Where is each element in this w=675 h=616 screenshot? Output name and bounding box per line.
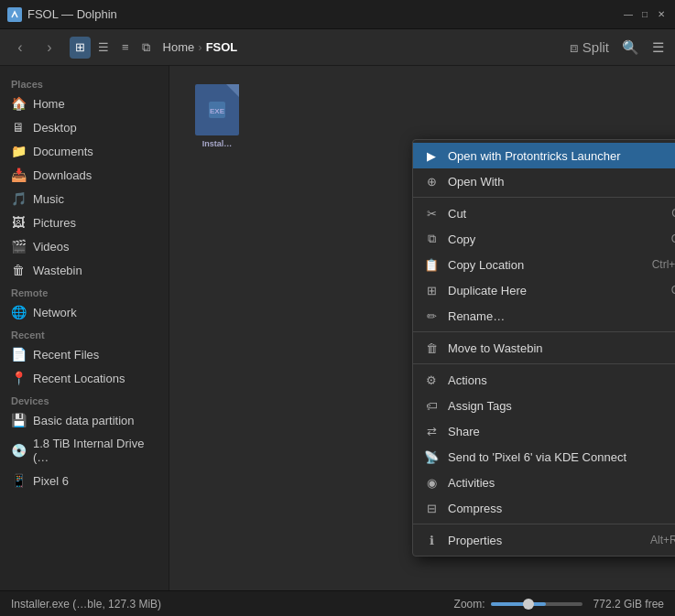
open-with-icon: ⊕ bbox=[424, 174, 439, 189]
cut-icon: ✂ bbox=[424, 206, 439, 221]
properties-shortcut: Alt+Return bbox=[650, 534, 675, 546]
devices-label: Devices bbox=[0, 390, 169, 408]
minimize-button[interactable]: — bbox=[622, 8, 635, 21]
titlebar-controls: — □ ✕ bbox=[622, 8, 668, 21]
partition-icon: 💾 bbox=[11, 413, 26, 427]
ctx-activities[interactable]: ◉ Activities › bbox=[413, 470, 675, 495]
ctx-move-wastebin[interactable]: 🗑 Move to Wastebin Del bbox=[413, 335, 675, 361]
duplicate-shortcut: Ctrl+D bbox=[671, 284, 675, 297]
nav-buttons: ‹ › bbox=[7, 35, 62, 60]
copy-location-shortcut: Ctrl+Alt+C bbox=[652, 258, 675, 271]
close-button[interactable]: ✕ bbox=[655, 8, 668, 21]
recent-files-icon: 📄 bbox=[11, 347, 26, 362]
sidebar-item-network[interactable]: 🌐 Network bbox=[0, 300, 169, 324]
sidebar-item-downloads[interactable]: 📥 Downloads bbox=[0, 163, 169, 187]
sidebar-item-recent-locations[interactable]: 📍 Recent Locations bbox=[0, 366, 169, 390]
sidebar-downloads-label: Downloads bbox=[33, 168, 158, 182]
downloads-icon: 📥 bbox=[11, 168, 26, 182]
sidebar-item-desktop[interactable]: 🖥 Desktop bbox=[0, 115, 169, 139]
search-button[interactable]: 🔍 bbox=[618, 36, 643, 59]
ctx-share-label: Share bbox=[448, 425, 675, 438]
ctx-rename[interactable]: ✏ Rename… F2 bbox=[413, 303, 675, 329]
ctx-compress[interactable]: ⊟ Compress › bbox=[413, 495, 675, 521]
actions-icon: ⚙ bbox=[424, 373, 439, 387]
app-icon bbox=[7, 7, 22, 22]
ctx-rename-label: Rename… bbox=[448, 309, 675, 323]
context-menu: ▶ Open with Protontricks Launcher ⊕ Open… bbox=[412, 139, 675, 557]
titlebar: FSOL — Dolphin — □ ✕ bbox=[0, 0, 675, 29]
ctx-copy-label: Copy bbox=[448, 232, 662, 246]
ctx-open-with[interactable]: ⊕ Open With › bbox=[413, 168, 675, 194]
compress-icon: ⊟ bbox=[424, 501, 439, 515]
share-icon: ⇄ bbox=[424, 424, 439, 438]
content-area: EXE Instal… ▶ Open with Protontricks Lau… bbox=[169, 66, 675, 590]
ctx-properties[interactable]: ℹ Properties Alt+Return bbox=[413, 527, 675, 553]
sidebar-item-basic-partition[interactable]: 💾 Basic data partition bbox=[0, 408, 169, 432]
remote-label: Remote bbox=[0, 282, 169, 300]
ctx-copy-location-label: Copy Location bbox=[448, 258, 643, 272]
sidebar-item-home[interactable]: 🏠 Home bbox=[0, 92, 169, 115]
file-icon-corner bbox=[226, 84, 239, 97]
music-icon: 🎵 bbox=[11, 191, 26, 206]
maximize-button[interactable]: □ bbox=[638, 8, 651, 21]
tags-icon: 🏷 bbox=[424, 398, 439, 413]
ctx-properties-label: Properties bbox=[448, 534, 641, 547]
ctx-duplicate-here[interactable]: ⊞ Duplicate Here Ctrl+D bbox=[413, 277, 675, 303]
recent-label: Recent bbox=[0, 324, 169, 342]
zoom-slider[interactable] bbox=[491, 602, 582, 606]
view-split-button[interactable]: ⧉ bbox=[136, 37, 156, 59]
send-pixel-icon: 📡 bbox=[424, 449, 439, 464]
view-compact-button[interactable]: ☰ bbox=[93, 37, 114, 59]
ctx-activities-label: Activities bbox=[448, 476, 675, 490]
ctx-share[interactable]: ⇄ Share › bbox=[413, 418, 675, 444]
sidebar-item-documents[interactable]: 📁 Documents bbox=[0, 139, 169, 163]
sidebar-item-videos[interactable]: 🎬 Videos bbox=[0, 234, 169, 258]
statusbar-text: Installer.exe (…ble, 127.3 MiB) bbox=[11, 598, 443, 611]
pixel6-icon: 📱 bbox=[11, 473, 26, 488]
svg-text:EXE: EXE bbox=[210, 107, 225, 115]
sidebar-documents-label: Documents bbox=[33, 145, 158, 158]
internal-drive-icon: 💿 bbox=[11, 443, 26, 458]
ctx-actions[interactable]: ⚙ Actions › bbox=[413, 367, 675, 393]
ctx-open-protontricks[interactable]: ▶ Open with Protontricks Launcher bbox=[413, 143, 675, 168]
view-details-button[interactable]: ≡ bbox=[116, 37, 135, 59]
breadcrumb-home[interactable]: Home bbox=[163, 40, 195, 54]
ctx-assign-tags[interactable]: 🏷 Assign Tags › bbox=[413, 393, 675, 418]
zoom-fill bbox=[491, 602, 546, 606]
sidebar-item-internal-drive[interactable]: 💿 1.8 TiB Internal Drive (… bbox=[0, 432, 169, 469]
view-icons-button[interactable]: ⊞ bbox=[70, 37, 91, 59]
ctx-send-pixel-label: Send to 'Pixel 6' via KDE Connect bbox=[448, 450, 675, 464]
file-icon: EXE Instal… bbox=[188, 84, 246, 150]
zoom-label: Zoom: bbox=[454, 598, 485, 611]
titlebar-left: FSOL — Dolphin bbox=[7, 7, 117, 22]
sidebar-item-pictures[interactable]: 🖼 Pictures bbox=[0, 211, 169, 234]
cut-shortcut: Ctrl+X bbox=[671, 207, 675, 220]
file-icon-container: EXE Instal… bbox=[188, 84, 246, 150]
sidebar-music-label: Music bbox=[33, 192, 158, 206]
back-button[interactable]: ‹ bbox=[7, 35, 33, 60]
ctx-compress-label: Compress bbox=[448, 502, 675, 515]
ctx-cut-label: Cut bbox=[448, 207, 662, 221]
sidebar-home-label: Home bbox=[33, 97, 158, 111]
sidebar-item-music[interactable]: 🎵 Music bbox=[0, 187, 169, 211]
sidebar-item-recent-files[interactable]: 📄 Recent Files bbox=[0, 342, 169, 366]
wastebin-icon: 🗑 bbox=[11, 263, 26, 277]
sidebar-partition-label: Basic data partition bbox=[33, 414, 158, 427]
network-icon: 🌐 bbox=[11, 305, 26, 319]
menu-button[interactable]: ☰ bbox=[648, 36, 668, 59]
ctx-cut[interactable]: ✂ Cut Ctrl+X bbox=[413, 200, 675, 226]
sidebar-item-pixel6[interactable]: 📱 Pixel 6 bbox=[0, 469, 169, 492]
ctx-duplicate-label: Duplicate Here bbox=[448, 284, 662, 297]
sidebar-videos-label: Videos bbox=[33, 240, 158, 254]
zoom-thumb bbox=[523, 599, 534, 610]
sidebar-network-label: Network bbox=[33, 306, 158, 319]
ctx-assign-tags-label: Assign Tags bbox=[448, 399, 675, 413]
sidebar-item-wastebin[interactable]: 🗑 Wastebin bbox=[0, 258, 169, 282]
sidebar-pictures-label: Pictures bbox=[33, 216, 158, 230]
ctx-send-pixel[interactable]: 📡 Send to 'Pixel 6' via KDE Connect bbox=[413, 444, 675, 470]
ctx-copy-location[interactable]: 📋 Copy Location Ctrl+Alt+C bbox=[413, 252, 675, 277]
forward-button[interactable]: › bbox=[37, 35, 62, 60]
ctx-copy[interactable]: ⧉ Copy Ctrl+C bbox=[413, 226, 675, 252]
protontricks-icon: ▶ bbox=[424, 148, 439, 163]
split-button[interactable]: ⧈ Split bbox=[566, 36, 613, 59]
